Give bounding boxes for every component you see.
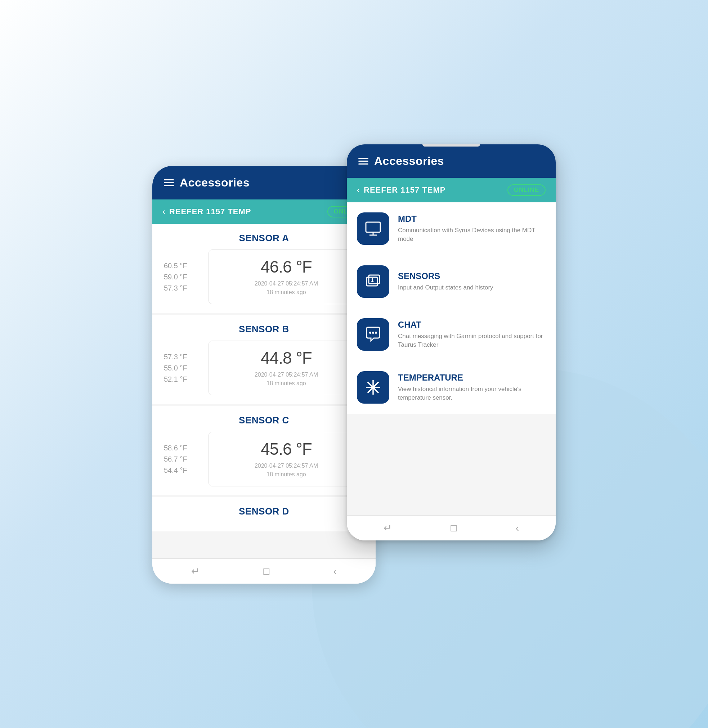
temperature-icon — [357, 371, 389, 404]
svg-text:1: 1 — [371, 277, 374, 283]
sensor-d-title: SENSOR D — [164, 506, 364, 517]
sensor-b-reading: 44.8 °F 2020-04-27 05:24:57 AM18 minutes… — [209, 341, 364, 395]
back-menu-icon[interactable] — [164, 179, 174, 186]
back-nav-chevron-icon[interactable]: ‹ — [333, 566, 337, 577]
mdt-text: MDT Communication with Syrus Devices usi… — [398, 214, 546, 244]
svg-rect-0 — [366, 222, 380, 232]
menu-item-temperature[interactable]: TEMPERATURE View historical information … — [347, 361, 556, 414]
sensor-a-temp: 46.6 °F — [215, 257, 358, 277]
sensor-a-hist-3: 57.3 °F — [164, 284, 200, 292]
phone-front: Accessories ‹ REEFER 1157 TEMP ONLINE — [347, 144, 556, 540]
sensor-c-hist-2: 56.7 °F — [164, 455, 200, 463]
chat-desc: Chat messaging with Garmin protocol and … — [398, 332, 546, 349]
svg-point-13 — [371, 386, 375, 389]
sensor-b-title: SENSOR B — [164, 324, 364, 335]
back-app-header: Accessories — [152, 166, 376, 199]
sensor-c-section: SENSOR C 58.6 °F 56.7 °F 54.4 °F 45.6 °F… — [152, 406, 376, 495]
menu-item-chat[interactable]: CHAT Chat messaging with Garmin protocol… — [347, 308, 556, 361]
front-nav-return-icon[interactable]: ↵ — [383, 522, 392, 534]
snowflake-svg — [364, 378, 383, 397]
front-app-title: Accessories — [374, 154, 444, 168]
back-chevron-icon: ‹ — [162, 207, 165, 217]
sensor-content: SENSOR A 60.5 °F 59.0 °F 57.3 °F 46.6 °F… — [152, 224, 376, 558]
front-chevron-icon: ‹ — [357, 185, 360, 195]
sensors-desc: Input and Output states and history — [398, 283, 493, 292]
front-app-header: Accessories — [347, 144, 556, 178]
sensors-text: SENSORS Input and Output states and hist… — [398, 271, 493, 292]
front-reefer-label: REEFER 1157 TEMP — [364, 186, 446, 195]
temperature-text: TEMPERATURE View historical information … — [398, 373, 546, 402]
back-sub-header: ‹ REEFER 1157 TEMP ONLINE — [152, 199, 376, 224]
chat-svg — [364, 325, 383, 344]
sensor-c-hist-3: 54.4 °F — [164, 466, 200, 474]
back-navigation[interactable]: ‹ REEFER 1157 TEMP — [162, 207, 251, 217]
sensor-b-hist-3: 52.1 °F — [164, 375, 200, 383]
sensor-a-timestamp: 2020-04-27 05:24:57 AM18 minutes ago — [215, 279, 358, 297]
sensors-svg: 1 — [364, 272, 383, 291]
temperature-title: TEMPERATURE — [398, 373, 546, 383]
chat-text: CHAT Chat messaging with Garmin protocol… — [398, 320, 546, 349]
front-sub-header: ‹ REEFER 1157 TEMP ONLINE — [347, 178, 556, 202]
front-online-badge: ONLINE — [508, 184, 546, 196]
sensor-b-hist-1: 57.3 °F — [164, 353, 200, 361]
sensor-b-history: 57.3 °F 55.0 °F 52.1 °F — [164, 353, 200, 383]
sensors-title: SENSORS — [398, 271, 493, 281]
back-reefer-label: REEFER 1157 TEMP — [169, 207, 251, 216]
monitor-svg — [364, 219, 383, 238]
temperature-desc: View historical information from your ve… — [398, 385, 546, 402]
sensor-c-temp: 45.6 °F — [215, 439, 358, 459]
mdt-title: MDT — [398, 214, 546, 224]
sensor-b-timestamp: 2020-04-27 05:24:57 AM18 minutes ago — [215, 370, 358, 388]
sensor-b-temp: 44.8 °F — [215, 348, 358, 368]
front-menu-icon[interactable] — [358, 158, 369, 165]
sensor-d-section: SENSOR D — [152, 497, 376, 531]
mdt-desc: Communication with Syrus Devices using t… — [398, 226, 546, 244]
sensor-c-reading: 45.6 °F 2020-04-27 05:24:57 AM18 minutes… — [209, 432, 364, 486]
sensor-a-hist-1: 60.5 °F — [164, 262, 200, 270]
sensor-c-history: 58.6 °F 56.7 °F 54.4 °F — [164, 444, 200, 474]
back-app-title: Accessories — [180, 176, 250, 189]
menu-list: MDT Communication with Syrus Devices usi… — [347, 202, 556, 515]
sensor-a-reading: 46.6 °F 2020-04-27 05:24:57 AM18 minutes… — [209, 249, 364, 304]
menu-item-mdt[interactable]: MDT Communication with Syrus Devices usi… — [347, 202, 556, 255]
phones-container: Accessories ‹ REEFER 1157 TEMP ONLINE SE… — [152, 144, 556, 584]
back-nav-square-icon[interactable]: □ — [263, 566, 269, 577]
sensor-b-section: SENSOR B 57.3 °F 55.0 °F 52.1 °F 44.8 °F… — [152, 315, 376, 404]
sensor-b-hist-2: 55.0 °F — [164, 364, 200, 372]
chat-title: CHAT — [398, 320, 546, 330]
svg-point-6 — [369, 332, 371, 334]
sensor-c-timestamp: 2020-04-27 05:24:57 AM18 minutes ago — [215, 461, 358, 479]
sensor-a-title: SENSOR A — [164, 233, 364, 244]
svg-point-8 — [375, 332, 377, 334]
mdt-icon — [357, 212, 389, 245]
sensors-icon: 1 — [357, 265, 389, 298]
front-navigation[interactable]: ‹ REEFER 1157 TEMP — [357, 185, 446, 195]
back-nav-return-icon[interactable]: ↵ — [191, 565, 200, 577]
sensor-a-hist-2: 59.0 °F — [164, 273, 200, 281]
svg-point-7 — [372, 332, 374, 334]
phone-back: Accessories ‹ REEFER 1157 TEMP ONLINE SE… — [152, 166, 376, 584]
sensor-c-hist-1: 58.6 °F — [164, 444, 200, 452]
front-nav-chevron-icon[interactable]: ‹ — [516, 522, 519, 534]
sensor-a-section: SENSOR A 60.5 °F 59.0 °F 57.3 °F 46.6 °F… — [152, 224, 376, 313]
sensor-a-history: 60.5 °F 59.0 °F 57.3 °F — [164, 262, 200, 292]
front-nav-square-icon[interactable]: □ — [451, 522, 457, 534]
front-bottom-nav: ↵ □ ‹ — [347, 515, 556, 540]
chat-icon — [357, 318, 389, 351]
back-bottom-nav: ↵ □ ‹ — [152, 558, 376, 584]
menu-item-sensors[interactable]: 1 SENSORS Input and Output states and hi… — [347, 255, 556, 308]
sensor-c-title: SENSOR C — [164, 415, 364, 426]
